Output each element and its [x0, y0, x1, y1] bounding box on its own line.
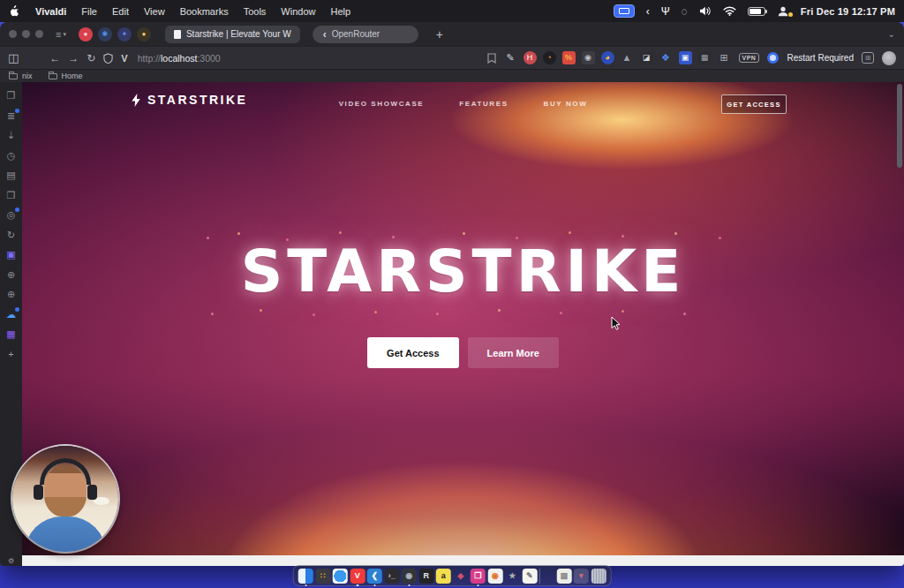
- dock-arc[interactable]: a: [436, 569, 451, 584]
- nav-video-showcase[interactable]: VIDEO SHOWCASE: [339, 100, 425, 108]
- shield-icon[interactable]: [103, 53, 113, 64]
- pinned-tab-butterfly-favicon[interactable]: ❋: [98, 27, 112, 41]
- webpanel-cloud-icon[interactable]: ☁: [5, 309, 17, 320]
- webpanel-purple-icon[interactable]: ▣: [5, 249, 17, 260]
- bookmark-folder-nix[interactable]: nix: [9, 72, 33, 80]
- volume-icon[interactable]: [699, 6, 712, 16]
- dock-obs[interactable]: ◉: [402, 569, 417, 584]
- nav-features[interactable]: FEATURES: [459, 100, 508, 108]
- forward-button[interactable]: →: [68, 53, 79, 64]
- pencil-extension-icon[interactable]: ✎: [504, 51, 517, 64]
- trash-tabs-icon[interactable]: ⌄: [888, 29, 895, 39]
- dock-color-app[interactable]: ◆: [453, 569, 468, 584]
- dock-finder[interactable]: [298, 569, 313, 584]
- vpn-badge[interactable]: VPN: [739, 53, 760, 63]
- pinned-tab-indigo-favicon[interactable]: ✦: [117, 27, 132, 41]
- dock-launchpad[interactable]: ∷: [315, 569, 330, 584]
- dock-star[interactable]: ★: [505, 569, 520, 584]
- red-h-extension-icon[interactable]: H: [524, 51, 537, 64]
- pinned-tab-red-favicon[interactable]: ●: [79, 27, 93, 41]
- webpanel-globe-icon[interactable]: ⊕: [5, 269, 17, 281]
- window-controls[interactable]: [9, 30, 43, 38]
- puzzle-extension-icon[interactable]: ⊞: [718, 51, 731, 64]
- workspace-grid-icon[interactable]: ⊞: [862, 52, 874, 64]
- header-get-access-button[interactable]: GET ACCESS: [721, 94, 787, 114]
- downloads-panel-icon[interactable]: ⇣: [5, 130, 17, 141]
- account-icon[interactable]: [777, 5, 789, 18]
- profile-avatar[interactable]: [882, 51, 896, 65]
- menu-window[interactable]: Window: [281, 6, 315, 17]
- dock-safari[interactable]: [333, 569, 348, 584]
- settings-gear-button[interactable]: ⚙: [0, 555, 22, 566]
- bookmark-page-icon[interactable]: [487, 53, 496, 64]
- dock-terminal[interactable]: ›_: [384, 569, 399, 584]
- dock-r-app[interactable]: R: [418, 569, 433, 584]
- bookmarks-panel-icon[interactable]: ❒: [5, 90, 17, 102]
- restart-required-label[interactable]: Restart Required: [787, 53, 854, 63]
- vivaldi-reader-icon[interactable]: V: [121, 53, 127, 64]
- nav-buy-now[interactable]: BUY NOW: [544, 100, 588, 108]
- reload-button[interactable]: ↻: [87, 53, 95, 64]
- blue-yellow-extension-icon[interactable]: ◕: [601, 51, 614, 64]
- menu-help[interactable]: Help: [330, 6, 350, 17]
- chevron-left-icon[interactable]: ‹: [646, 6, 650, 17]
- get-access-button[interactable]: Get Access: [367, 337, 459, 368]
- panel-toggle-icon[interactable]: ◫: [8, 52, 19, 64]
- headphones-band: [40, 458, 91, 485]
- webpanel-globe2-icon[interactable]: ⊕: [5, 289, 17, 300]
- input-source-icon[interactable]: Ψ: [661, 6, 670, 17]
- pinned-tab-gold-favicon[interactable]: ●: [137, 27, 151, 41]
- menu-bookmarks[interactable]: Bookmarks: [180, 6, 229, 17]
- running-indicator: [477, 584, 479, 587]
- apple-icon[interactable]: [9, 4, 20, 18]
- tasks-panel-icon[interactable]: ◎: [5, 209, 17, 221]
- menu-tools[interactable]: Tools: [244, 6, 267, 17]
- image-extension-icon[interactable]: ◪: [640, 51, 653, 64]
- add-panel-icon[interactable]: +: [5, 349, 17, 360]
- menu-file[interactable]: File: [81, 6, 97, 17]
- url-field[interactable]: http:// localhost :3000: [138, 53, 479, 64]
- back-button[interactable]: ←: [49, 53, 60, 64]
- windows-panel-icon[interactable]: ❐: [5, 190, 17, 201]
- dock-vivaldi[interactable]: V: [350, 569, 365, 584]
- page-scrollbar[interactable]: [897, 84, 902, 168]
- tab-stack-button[interactable]: ≡ ▾: [56, 29, 66, 40]
- orange-disc-extension-icon[interactable]: ◔: [543, 51, 556, 64]
- history-panel-icon[interactable]: ◷: [5, 150, 17, 162]
- battery-icon[interactable]: [748, 7, 765, 16]
- bookmark-folder-home[interactable]: Home: [49, 72, 83, 80]
- menu-view[interactable]: View: [144, 6, 165, 17]
- chevron-down-icon: ▾: [63, 31, 66, 38]
- new-tab-button[interactable]: +: [436, 27, 443, 41]
- sync-panel-icon[interactable]: ↻: [5, 230, 17, 241]
- dock-book[interactable]: ❒: [471, 569, 486, 584]
- dock-separator[interactable]: [539, 569, 540, 584]
- extension-icons: ✎ H ◔ % ◉ ◕ ▲ ◪ ❖ ▣: [504, 51, 731, 64]
- tab-starstrike[interactable]: Starstrike | Elevate Your W: [165, 26, 300, 43]
- tab-openrouter[interactable]: ‹ OpenRouter: [313, 26, 418, 43]
- cloud-extension-icon[interactable]: ▲: [621, 51, 634, 64]
- percent-extension-icon[interactable]: %: [562, 51, 576, 64]
- reading-list-panel-icon[interactable]: ≣: [5, 110, 17, 122]
- dock-trash[interactable]: [591, 569, 606, 584]
- camera-extension-icon[interactable]: ◉: [582, 51, 595, 64]
- notes-panel-icon[interactable]: ▤: [5, 170, 17, 181]
- learn-more-button[interactable]: Learn More: [468, 337, 559, 368]
- screen-recording-icon[interactable]: [614, 4, 635, 18]
- dock-vscode[interactable]: ❮: [367, 569, 382, 584]
- webpanel-grid-icon[interactable]: ▦: [5, 328, 17, 340]
- dock-stack[interactable]: ▾: [574, 569, 589, 584]
- checker-extension-icon[interactable]: ▦: [698, 51, 712, 64]
- dock-notes[interactable]: ✎: [522, 569, 537, 584]
- menu-app-name[interactable]: Vivaldi: [35, 6, 66, 17]
- dock-paint[interactable]: ◉: [487, 569, 502, 584]
- dock-document[interactable]: ▤: [556, 569, 571, 584]
- menu-edit[interactable]: Edit: [112, 6, 129, 17]
- running-indicator: [408, 584, 411, 587]
- compass-extension-icon[interactable]: ❖: [659, 51, 673, 64]
- wifi-icon[interactable]: [723, 6, 736, 16]
- sync-spinner-icon[interactable]: [767, 52, 779, 64]
- lock-extension-icon[interactable]: ▣: [679, 51, 692, 64]
- menu-clock[interactable]: Fri Dec 19 12:17 PM: [801, 6, 895, 17]
- control-center-icon[interactable]: ◌: [682, 6, 688, 17]
